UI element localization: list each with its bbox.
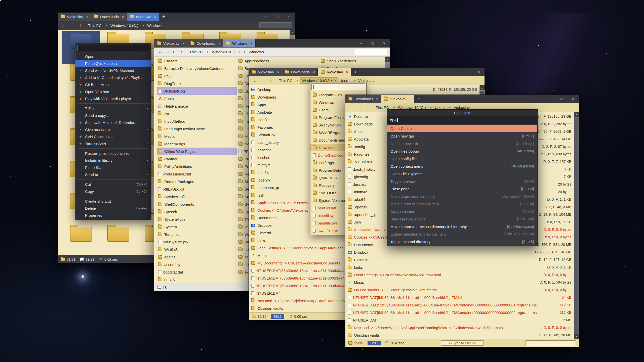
tab[interactable]: Vjekoslav bbox=[249, 68, 282, 76]
tab[interactable]: Downloads bbox=[187, 39, 223, 47]
tab[interactable]: Windows bbox=[127, 13, 159, 21]
maximize-button[interactable]: □ bbox=[556, 95, 567, 103]
file-row[interactable]: Fonts bbox=[157, 95, 237, 102]
context-menu-item[interactable]: 7-Zip ▸ bbox=[75, 105, 151, 112]
breadcrumb-item[interactable]: This PC bbox=[87, 23, 109, 28]
file-row[interactable]: NTUSER.DAT{53b39e88-18c4-11ea-a811-000d3… bbox=[345, 309, 579, 316]
palette-command[interactable]: Toggle expand directory [Ctrl+B] bbox=[387, 238, 537, 245]
palette-command[interactable]: Toggle preview [Ctrl+Q] bbox=[387, 177, 537, 185]
scrollbar[interactable] bbox=[574, 112, 579, 339]
new-tab-button[interactable]: + bbox=[414, 95, 423, 103]
file-row[interactable]: WinSxS bbox=[157, 246, 237, 253]
file-row[interactable]: Speech bbox=[157, 208, 237, 215]
context-menu-item[interactable]: Cut [Ctrl+X] bbox=[75, 181, 151, 188]
scrollbar-thumb[interactable] bbox=[574, 117, 579, 334]
palette-command[interactable]: Open context menu [Ctrl+M] [Menu] bbox=[387, 162, 537, 170]
file-row[interactable]: addins bbox=[157, 253, 237, 261]
context-menu-item[interactable]: Play with VLC media player bbox=[75, 95, 151, 102]
context-menu-item[interactable]: Pin to Start bbox=[75, 164, 151, 171]
tab-close-icon[interactable] bbox=[153, 15, 156, 19]
tab-close-icon[interactable] bbox=[408, 97, 412, 101]
minimize-button[interactable]: ─ bbox=[544, 95, 556, 103]
palette-command[interactable]: Move to previous directory [Backspace] [… bbox=[387, 193, 537, 200]
close-button[interactable]: × bbox=[378, 39, 390, 47]
file-icon-item[interactable] bbox=[62, 224, 100, 255]
palette-command[interactable]: Open Console bbox=[387, 125, 537, 132]
file-row[interactable]: ShellExperiences bbox=[320, 57, 385, 65]
up-button[interactable]: ↑ bbox=[364, 105, 372, 110]
search-box[interactable] bbox=[259, 22, 292, 28]
forward-button[interactable]: → bbox=[165, 50, 172, 54]
context-menu-item[interactable]: Copy [Ctrl+C] bbox=[75, 188, 151, 195]
forward-button[interactable]: → bbox=[68, 23, 76, 28]
file-row[interactable]: Media bbox=[157, 132, 237, 140]
tab[interactable]: Vjekoslav bbox=[154, 39, 187, 47]
file-row[interactable]: DiagTrack bbox=[157, 80, 237, 87]
back-button[interactable]: ← bbox=[348, 105, 355, 110]
dropdown-filter-input[interactable] bbox=[311, 83, 365, 90]
palette-command[interactable]: Open File Explorer bbox=[387, 170, 537, 177]
file-row[interactable]: Local Settings -> C:\Users\Vjekoslav\App… bbox=[345, 271, 579, 279]
tab-close-icon[interactable] bbox=[121, 15, 124, 19]
file-row[interactable]: Links D: 0, F: 3, 1 KB bbox=[345, 263, 579, 271]
back-button[interactable]: ← bbox=[251, 78, 259, 83]
context-menu-item[interactable]: Give access to ▸ bbox=[75, 126, 151, 133]
chevron-down-icon[interactable]: ▾ bbox=[173, 50, 177, 54]
context-menu-item[interactable]: Add to VLC media player's Playlist bbox=[75, 74, 151, 81]
file-row[interactable]: PolicyDefinitions bbox=[157, 163, 237, 170]
context-menu-item[interactable]: Git Bash Here bbox=[75, 81, 151, 88]
file-row[interactable]: INF bbox=[157, 110, 237, 117]
file-row[interactable]: DtcInstall.log bbox=[157, 87, 237, 95]
file-row[interactable]: assembly bbox=[157, 261, 237, 268]
file-icon-item[interactable] bbox=[100, 224, 137, 255]
close-button[interactable]: × bbox=[473, 68, 485, 76]
file-row[interactable]: Obsidian vaults D: 17, F: 149, 38 MB bbox=[345, 331, 579, 339]
breadcrumb-item[interactable]: This PC bbox=[188, 49, 210, 55]
maximize-button[interactable]: □ bbox=[271, 13, 283, 21]
tab-close-icon[interactable] bbox=[217, 41, 220, 46]
file-row[interactable]: en-US bbox=[157, 276, 237, 283]
breadcrumb-item[interactable]: Windows 10 (C:) bbox=[109, 23, 146, 28]
tab-close-icon[interactable] bbox=[250, 41, 253, 46]
file-row[interactable]: RemotePackages bbox=[157, 178, 237, 185]
back-button[interactable]: ← bbox=[60, 23, 68, 28]
close-button[interactable]: × bbox=[567, 95, 579, 103]
context-menu-item[interactable]: Send with NordVPN Meshnet bbox=[75, 67, 151, 74]
context-menu-item[interactable] bbox=[78, 179, 149, 179]
new-tab-button[interactable]: + bbox=[256, 39, 265, 47]
file-row[interactable]: LanguageOverlayCache bbox=[157, 125, 237, 132]
file-row[interactable]: Offline Web Pages bbox=[157, 148, 237, 155]
context-menu-item[interactable]: Open bbox=[75, 53, 151, 60]
file-row[interactable]: NTUSER.DAT{53b39e88-18c4-11ea-a811-000d3… bbox=[345, 294, 579, 301]
context-menu-item[interactable] bbox=[78, 196, 149, 196]
context-menu-item[interactable]: Include in library ▸ bbox=[75, 157, 151, 164]
file-row[interactable]: AppReadiness bbox=[237, 57, 319, 65]
file-row[interactable]: InputMethod bbox=[157, 117, 237, 125]
file-row[interactable]: SystemApps bbox=[157, 215, 237, 223]
breadcrumb-item[interactable]: Windows 10 (C:) bbox=[210, 49, 247, 55]
file-row[interactable]: Eksterni D: 12, F: 127, 12 GB bbox=[345, 256, 579, 263]
file-row[interactable]: Cursors bbox=[157, 57, 237, 65]
tab[interactable]: Windows bbox=[223, 39, 256, 47]
file-row[interactable]: NTUSER.DAT 2 MB bbox=[345, 316, 579, 324]
filter-hint[interactable]: >> Type to filter << bbox=[441, 340, 484, 346]
file-row[interactable]: bootstat.dat bbox=[157, 268, 237, 276]
file-row[interactable]: TempInst bbox=[157, 231, 237, 238]
file-row[interactable]: ModemLogs bbox=[157, 140, 237, 148]
search-box[interactable] bbox=[355, 49, 387, 55]
palette-command[interactable]: Move cursor to previous item [Ctrl+Up] bbox=[387, 200, 537, 208]
breadcrumb-item[interactable]: Windows bbox=[247, 49, 267, 55]
context-menu-item[interactable] bbox=[78, 148, 149, 149]
minimize-button[interactable]: ─ bbox=[355, 39, 367, 47]
context-menu-item[interactable]: Pin to Quick access bbox=[75, 60, 151, 67]
palette-command[interactable]: Extend selection to previous item [Shift… bbox=[387, 230, 537, 238]
tab-close-icon[interactable] bbox=[345, 70, 348, 74]
file-row[interactable]: Music D: 0, F: 1, 504 bytes bbox=[345, 279, 579, 286]
palette-command[interactable]: Close panel [Ctrl+W] bbox=[387, 185, 537, 193]
context-menu-item[interactable]: Send a copy... bbox=[75, 112, 151, 119]
breadcrumb-item[interactable]: Windows bbox=[146, 23, 166, 28]
context-menu-item[interactable] bbox=[77, 45, 149, 51]
tab[interactable]: Downloads bbox=[345, 95, 381, 103]
tab[interactable]: Downloads bbox=[282, 68, 318, 76]
file-row[interactable]: NetHood -> C:\Users\Vjekoslav\AppData\Ro… bbox=[345, 324, 579, 331]
